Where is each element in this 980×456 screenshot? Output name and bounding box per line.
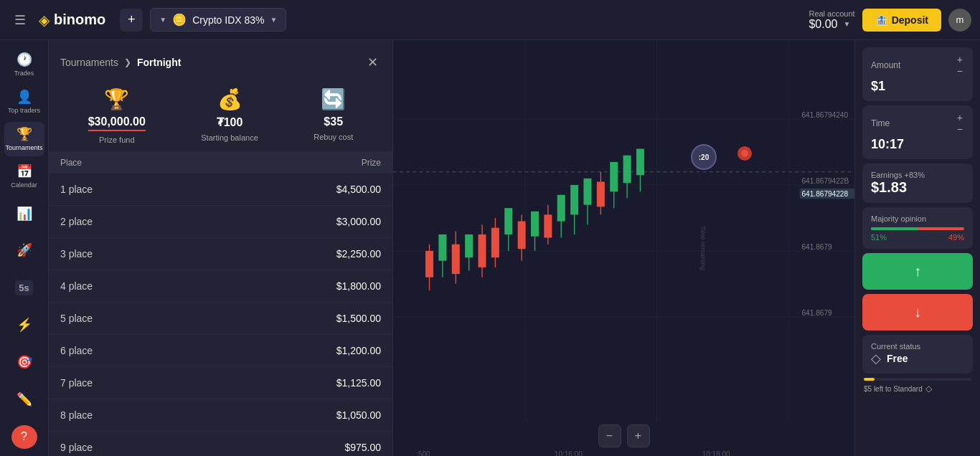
- time-minus-button[interactable]: −: [956, 124, 964, 134]
- time-label-1: :500: [416, 450, 430, 456]
- prize-rows-container: 1 place $4,500.00 2 place $3,000.00 3 pl…: [49, 174, 392, 456]
- trade-down-button[interactable]: ↓: [862, 294, 973, 331]
- zoom-in-button[interactable]: +: [627, 424, 650, 447]
- amount-header: Amount + −: [871, 54, 964, 76]
- sidebar-item-indicators[interactable]: ⚡: [4, 308, 44, 342]
- sidebar-label-calendar: Calendar: [11, 181, 37, 189]
- prize-row: 3 place $2,250.00: [49, 238, 392, 270]
- prize-value: $30,000.00: [88, 115, 146, 131]
- calendar-icon: 📅: [17, 163, 32, 179]
- sidebar-item-rocket[interactable]: 🚀: [4, 233, 44, 267]
- deposit-button[interactable]: 🏦 Deposit: [862, 9, 941, 32]
- deposit-icon: 🏦: [875, 14, 887, 26]
- rebuy-stat: 🔄 $35 Rebuy cost: [314, 87, 353, 144]
- help-button[interactable]: ?: [11, 425, 37, 449]
- account-info: Real account $0.00 ▼: [809, 9, 854, 31]
- svg-rect-27: [544, 214, 552, 237]
- svg-text:641.8679: 641.8679: [802, 309, 832, 317]
- prize-row: 5 place $1,500.00: [49, 303, 392, 335]
- prize-row-place: 8 place: [60, 409, 93, 421]
- topbar: ☰ ◈ binomo + ▼ 🪙 Crypto IDX 83% ▼ Real a…: [0, 0, 980, 40]
- svg-rect-17: [478, 234, 486, 267]
- svg-rect-39: [623, 156, 631, 184]
- logo-icon: ◈: [39, 11, 50, 29]
- indicator-icon: ⚡: [17, 317, 32, 333]
- sidebar-item-calendar[interactable]: 📅 Calendar: [4, 159, 44, 194]
- asset-selector[interactable]: ▼ 🪙 Crypto IDX 83% ▼: [150, 8, 286, 32]
- prize-row: 4 place $1,800.00: [49, 270, 392, 303]
- majority-percentages: 51% 49%: [871, 233, 964, 242]
- avatar[interactable]: m: [948, 9, 971, 32]
- time-label-2: 10:16:00: [555, 450, 583, 456]
- amount-label: Amount: [871, 60, 900, 70]
- breadcrumb: Tournaments ❯ Fortnight: [60, 57, 181, 68]
- tournament-panel: Tournaments ❯ Fortnight ✕ 🏆 $30,000.00 P…: [49, 40, 393, 456]
- svg-rect-21: [504, 208, 512, 234]
- balance-value: ₮100: [217, 115, 243, 129]
- prize-row-amount: $3,000.00: [336, 216, 381, 227]
- prize-table-header: Place Prize: [49, 152, 392, 174]
- prize-icon: 🏆: [104, 87, 129, 111]
- pencil-icon: ✏️: [17, 391, 32, 407]
- progress-label: $5 left to Standard: [864, 385, 923, 393]
- sidebar-item-5s[interactable]: 5s: [4, 270, 44, 305]
- prize-row-amount: $4,500.00: [336, 184, 381, 195]
- sidebar-item-draw[interactable]: ✏️: [4, 382, 44, 417]
- prize-row: 7 place $1,125.00: [49, 367, 392, 399]
- amount-minus-button[interactable]: −: [956, 66, 964, 76]
- 5s-icon: 5s: [15, 280, 32, 295]
- logo: ◈ binomo: [39, 11, 105, 29]
- sidebar-item-tools[interactable]: 🎯: [4, 345, 44, 379]
- prize-table: Place Prize 1 place $4,500.00 2 place $3…: [49, 152, 392, 456]
- col-place-header: Place: [60, 158, 82, 168]
- zoom-out-button[interactable]: −: [598, 424, 621, 447]
- prize-row-place: 4 place: [60, 280, 93, 292]
- logo-text: binomo: [54, 11, 105, 28]
- amount-value[interactable]: $1: [871, 79, 964, 94]
- sidebar-item-signals[interactable]: 📊: [4, 196, 44, 231]
- majority-green-pct: 51%: [871, 233, 887, 242]
- prize-row-amount: $1,800.00: [336, 280, 381, 292]
- chart-area: 641.86794240 641.8679422B 641.86794228 6…: [393, 40, 854, 456]
- time-plus-minus: + −: [956, 113, 964, 134]
- trade-up-button[interactable]: ↑: [862, 253, 973, 290]
- balance-icon: 💰: [217, 87, 242, 111]
- sidebar-item-trades[interactable]: 🕐 Trades: [4, 47, 44, 82]
- timer-bubble: :20: [691, 144, 717, 170]
- rebuy-icon: 🔄: [321, 87, 346, 111]
- tournament-stats: 🏆 $30,000.00 Prize fund 💰 ₮100 Starting …: [49, 73, 392, 152]
- sidebar-label-trades: Trades: [14, 70, 34, 77]
- main-layout: 🕐 Trades 👤 Top traders 🏆 Tournaments 📅 C…: [0, 40, 980, 456]
- breadcrumb-tournaments-link[interactable]: Tournaments: [60, 57, 118, 68]
- status-value: Free: [887, 353, 908, 364]
- amount-control: Amount + − $1: [862, 47, 973, 101]
- col-prize-header: Prize: [362, 158, 381, 168]
- prize-row-place: 9 place: [60, 442, 93, 453]
- amount-plus-button[interactable]: +: [956, 54, 964, 65]
- sidebar-label-tournaments: Tournaments: [5, 144, 42, 151]
- svg-rect-41: [636, 149, 644, 176]
- rocket-icon: 🚀: [17, 242, 32, 258]
- add-tab-button[interactable]: +: [120, 9, 143, 32]
- svg-rect-15: [465, 234, 473, 257]
- svg-text:641.86794240: 641.86794240: [802, 111, 849, 119]
- sidebar-item-tournaments[interactable]: 🏆 Tournaments: [4, 122, 44, 156]
- sidebar-item-top-traders[interactable]: 👤 Top traders: [4, 85, 44, 119]
- prize-row-place: 6 place: [60, 345, 93, 356]
- balance-label: Starting balance: [201, 133, 258, 142]
- account-balance-row[interactable]: $0.00 ▼: [809, 18, 854, 31]
- panel-close-button[interactable]: ✕: [364, 52, 381, 73]
- asset-name: Crypto IDX 83%: [192, 14, 264, 26]
- svg-rect-9: [425, 251, 433, 277]
- status-section: Current status ◇ Free: [862, 335, 973, 374]
- time-plus-button[interactable]: +: [956, 113, 964, 123]
- rebuy-value: $35: [324, 115, 343, 128]
- prize-row-amount: $1,125.00: [336, 377, 381, 389]
- menu-button[interactable]: ☰: [9, 9, 32, 31]
- prize-row-place: 7 place: [60, 377, 93, 389]
- deposit-label: Deposit: [892, 14, 928, 26]
- entry-dot-inner: [741, 150, 748, 157]
- svg-rect-19: [491, 228, 499, 257]
- progress-diamond-icon: ◇: [925, 384, 932, 394]
- majority-label: Majority opinion: [871, 214, 964, 223]
